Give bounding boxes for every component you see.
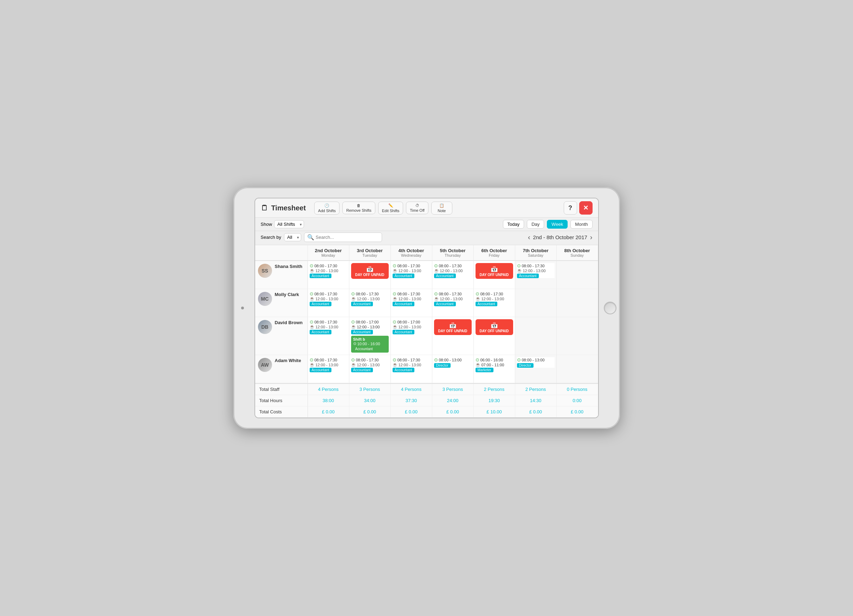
staff-name: David Brown xyxy=(275,320,303,326)
day-off-block: 📅 DAY OFF UNPAID xyxy=(434,319,472,335)
day-cell[interactable]: ⊙ 08:00 - 17:00 ☕ 12:00 - 13:00 Accounta… xyxy=(349,317,391,355)
tablet-device: 🗒 Timesheet 🕐 Add Shifts 🗑 Remove Shifts… xyxy=(233,187,620,429)
day-cell[interactable]: ⊙ 08:00 - 17:30 ☕ 12:00 - 13:00 Accounta… xyxy=(308,289,349,317)
edit-shifts-button[interactable]: ✏️ Edit Shifts xyxy=(378,201,404,215)
day-cell[interactable]: ⊙ 08:00 - 17:30 ☕ 12:00 - 13:00 Accounta… xyxy=(308,355,349,383)
clock-icon: ⊙ xyxy=(393,319,396,324)
col-header-5: 7th OctoberSaturday xyxy=(515,245,557,261)
remove-shifts-button[interactable]: 🗑 Remove Shifts xyxy=(342,201,375,214)
home-button[interactable] xyxy=(604,302,616,314)
day-cell[interactable]: ⊙ 08:00 - 17:30 ☕ 12:00 - 13:00 Accounta… xyxy=(349,289,391,317)
day-cell[interactable]: ⊙ 08:00 - 17:30 ☕ 12:00 - 13:00 Accounta… xyxy=(474,289,515,317)
total-costs-col-1: £ 0.00 xyxy=(349,406,391,417)
total-staff-col-6: 0 Persons xyxy=(557,384,598,395)
avatar: DB xyxy=(258,320,272,334)
day-cell[interactable]: ⊙ 08:00 - 17:30 ☕ 12:00 - 13:00 Accounta… xyxy=(391,355,432,383)
coffee-icon: ☕ xyxy=(310,362,314,367)
search-nav-row: Search by All 🔍 ‹ 2nd - 8th October 2017… xyxy=(255,231,598,245)
totals-section: Total Staff4 Persons3 Persons4 Persons3 … xyxy=(255,383,598,418)
day-cell[interactable]: ⊙ 08:00 - 13:00 Director xyxy=(432,355,474,383)
timesheet-icon: 🗒 xyxy=(261,203,269,212)
prev-week-button[interactable]: ‹ xyxy=(528,233,530,241)
time-off-icon: ⏱ xyxy=(416,203,419,207)
total-hours-col-4: 19:30 xyxy=(474,395,515,406)
coffee-icon: ☕ xyxy=(393,268,398,273)
time-off-button[interactable]: ⏱ Time Off xyxy=(406,201,428,214)
edit-shifts-icon: ✏️ xyxy=(389,203,393,208)
coffee-icon: ☕ xyxy=(475,362,480,367)
show-select[interactable]: All Shifts xyxy=(274,220,304,228)
note-button[interactable]: 📋 Note xyxy=(431,201,452,215)
today-button[interactable]: Today xyxy=(503,220,524,229)
total-hours-col-6: 0:00 xyxy=(557,395,598,406)
coffee-icon: ☕ xyxy=(351,324,356,329)
calendar-off-icon: 📅 xyxy=(490,321,498,329)
coffee-icon: ☕ xyxy=(310,324,314,329)
clock-icon: ⊙ xyxy=(351,357,355,362)
coffee-icon: ☕ xyxy=(393,362,398,367)
add-shifts-button[interactable]: 🕐 Add Shifts xyxy=(314,201,340,215)
col-header-1: 3rd OctoberTuesday xyxy=(349,245,391,261)
clock-icon: ⊙ xyxy=(434,291,438,297)
col-header-2: 4th OctoberWednesday xyxy=(391,245,432,261)
day-cell[interactable]: ⊙ 08:00 - 17:30 ☕ 12:00 - 13:00 Accounta… xyxy=(391,261,432,289)
close-button[interactable]: ✕ xyxy=(579,201,593,215)
calendar-grid: 2nd OctoberMonday3rd OctoberTuesday4th O… xyxy=(255,245,598,383)
day-view-button[interactable]: Day xyxy=(527,220,544,229)
total-staff-col-0: 4 Persons xyxy=(308,384,349,395)
day-cell[interactable]: 📅 DAY OFF UNPAID xyxy=(474,261,515,289)
coffee-icon: ☕ xyxy=(351,362,356,367)
avatar: MC xyxy=(258,292,272,306)
clock-icon: ⊙ xyxy=(393,263,396,268)
add-shifts-icon: 🕐 xyxy=(325,203,329,208)
day-cell[interactable]: ⊙ 06:00 - 16:00 ☕ 07:00 - 11:00 Marketer xyxy=(474,355,515,383)
help-button[interactable]: ? xyxy=(564,201,577,215)
day-cell[interactable]: 📅 DAY OFF UNPAID xyxy=(474,317,515,355)
toolbar: Show All Shifts Today Day Week Month xyxy=(255,218,598,231)
clock-icon: ⊙ xyxy=(310,319,314,324)
day-cell[interactable]: ⊙ 08:00 - 17:30 ☕ 12:00 - 13:00 Accounta… xyxy=(432,261,474,289)
month-view-button[interactable]: Month xyxy=(571,220,592,229)
col-header-4: 6th OctoberFriday xyxy=(474,245,515,261)
day-cell[interactable]: ⊙ 08:00 - 17:30 ☕ 12:00 - 13:00 Accounta… xyxy=(308,261,349,289)
search-input[interactable] xyxy=(316,235,379,240)
staff-label-cell: SSShana Smith xyxy=(255,261,308,289)
search-by-select[interactable]: All xyxy=(284,233,301,241)
total-hours-col-0: 38:00 xyxy=(308,395,349,406)
left-indicator xyxy=(241,307,244,309)
clock-icon: ⊙ xyxy=(475,291,480,297)
day-cell[interactable]: 📅 DAY OFF UNPAID xyxy=(432,317,474,355)
day-cell[interactable]: 📅 DAY OFF UNPAID xyxy=(349,261,391,289)
show-filter: Show All Shifts xyxy=(261,220,304,228)
remove-shifts-icon: 🗑 xyxy=(357,203,361,207)
total-staff-col-1: 3 Persons xyxy=(349,384,391,395)
coffee-icon: ☕ xyxy=(475,297,480,301)
total-costs-col-6: £ 0.00 xyxy=(557,406,598,417)
next-week-button[interactable]: › xyxy=(590,233,593,241)
day-cell[interactable]: ⊙ 08:00 - 17:30 ☕ 12:00 - 13:00 Accounta… xyxy=(391,289,432,317)
day-cell[interactable]: ⊙ 08:00 - 17:00 ☕ 12:00 - 13:00 Accounta… xyxy=(391,317,432,355)
day-cell[interactable]: ⊙ 08:00 - 17:30 ☕ 12:00 - 13:00 Accounta… xyxy=(515,261,557,289)
clock-icon: ⊙ xyxy=(517,357,521,362)
day-cell[interactable]: ⊙ 08:00 - 17:30 ☕ 12:00 - 13:00 Accounta… xyxy=(349,355,391,383)
coffee-icon: ☕ xyxy=(393,324,398,329)
total-hours-label: Total Hours xyxy=(255,395,308,406)
clock-icon: ⊙ xyxy=(393,357,396,362)
col-header-3: 5th OctoberThursday xyxy=(432,245,474,261)
search-box: 🔍 xyxy=(304,233,382,242)
col-header-0: 2nd OctoberMonday xyxy=(308,245,349,261)
total-staff-label: Total Staff xyxy=(255,384,308,395)
day-cell[interactable]: ⊙ 08:00 - 17:30 ☕ 12:00 - 13:00 Accounta… xyxy=(432,289,474,317)
avatar: SS xyxy=(258,264,272,278)
app-header: 🗒 Timesheet 🕐 Add Shifts 🗑 Remove Shifts… xyxy=(255,198,598,218)
week-view-button[interactable]: Week xyxy=(547,220,568,229)
clock-icon-2: ⊙ xyxy=(353,341,357,346)
day-cell[interactable]: ⊙ 08:00 - 13:00 Director xyxy=(515,355,557,383)
day-off-block: 📅 DAY OFF UNPAID xyxy=(475,319,513,335)
calendar-off-icon: 📅 xyxy=(449,321,457,329)
day-cell[interactable]: ⊙ 08:00 - 17:30 ☕ 12:00 - 13:00 Accounta… xyxy=(308,317,349,355)
coffee-icon: ☕ xyxy=(310,268,314,273)
staff-name: Adam White xyxy=(275,358,301,364)
total-hours-col-2: 37:30 xyxy=(391,395,432,406)
col-header-6: 8th OctoberSunday xyxy=(557,245,598,261)
